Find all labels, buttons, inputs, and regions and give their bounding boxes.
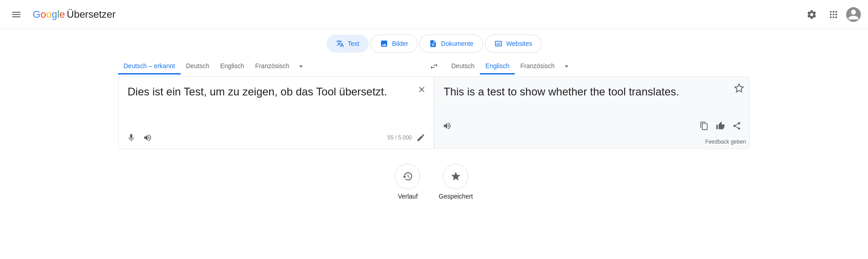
target-lang-bar: Deutsch Englisch Französisch <box>446 58 750 75</box>
save-translation-button[interactable] <box>734 83 744 93</box>
tab-images-label: Bilder <box>392 40 408 47</box>
source-input[interactable]: Dies ist ein Test, um zu zeigen, ob das … <box>118 77 434 127</box>
source-panel-footer-right: 55 / 5.000 <box>388 130 428 145</box>
tab-bar: Text Bilder Dokumente Websites <box>0 29 868 53</box>
target-panel: This is a test to show whether the tool … <box>434 76 750 149</box>
saved-button[interactable]: Gespeichert <box>439 164 473 200</box>
source-lang-de[interactable]: Deutsch <box>181 59 215 75</box>
tab-text-label: Text <box>348 40 360 47</box>
bottom-section: Verlauf Gespeichert <box>0 164 868 200</box>
tab-text[interactable]: Text <box>326 35 369 53</box>
target-panel-footer <box>434 115 750 137</box>
tab-images[interactable]: Bilder <box>370 35 418 53</box>
source-lang-fr[interactable]: Französisch <box>250 59 295 75</box>
header: Google Übersetzer <box>0 0 868 29</box>
char-count: 55 / 5.000 <box>388 134 412 141</box>
source-lang-auto[interactable]: Deutsch – erkannt <box>118 59 181 75</box>
share-button[interactable] <box>730 119 744 133</box>
history-label: Verlauf <box>398 193 418 200</box>
tab-websites-label: Websites <box>506 40 532 47</box>
target-lang-fr[interactable]: Französisch <box>515 59 560 75</box>
settings-button[interactable] <box>803 5 821 24</box>
source-lang-more[interactable] <box>295 58 307 75</box>
copy-button[interactable] <box>697 119 711 133</box>
logo[interactable]: Google Übersetzer <box>33 9 116 20</box>
source-panel-footer: 55 / 5.000 <box>118 127 434 149</box>
language-selector-row: Deutsch – erkannt Deutsch Englisch Franz… <box>0 58 868 75</box>
translated-text: This is a test to show whether the tool … <box>434 77 750 115</box>
logo-google: Google <box>33 9 65 20</box>
target-panel-footer-right <box>697 119 744 133</box>
source-lang-bar: Deutsch – erkannt Deutsch Englisch Franz… <box>118 58 422 75</box>
target-speaker-button[interactable] <box>440 119 454 133</box>
feedback-label: Feedback geben <box>434 139 750 149</box>
menu-button[interactable] <box>7 5 25 24</box>
swap-languages-button[interactable] <box>426 58 442 75</box>
source-lang-en[interactable]: Englisch <box>215 59 250 75</box>
saved-label: Gespeichert <box>439 193 473 200</box>
header-right <box>803 5 861 24</box>
tab-documents-label: Dokumente <box>441 40 473 47</box>
history-button[interactable]: Verlauf <box>395 164 420 200</box>
logo-app-name: Übersetzer <box>67 9 116 20</box>
translation-panels: Dies ist ein Test, um zu zeigen, ob das … <box>0 76 868 149</box>
tab-documents[interactable]: Dokumente <box>419 35 483 53</box>
feedback-thumb-button[interactable] <box>713 119 728 133</box>
tab-websites[interactable]: Websites <box>485 35 542 53</box>
apps-button[interactable] <box>824 5 843 24</box>
microphone-button[interactable] <box>124 130 138 145</box>
pencil-button[interactable] <box>414 130 428 145</box>
history-icon-container <box>395 164 420 189</box>
target-lang-en[interactable]: Englisch <box>480 59 515 75</box>
avatar[interactable] <box>846 7 861 22</box>
source-panel: Dies ist ein Test, um zu zeigen, ob das … <box>118 76 434 149</box>
clear-input-button[interactable] <box>415 83 428 96</box>
saved-icon-container <box>443 164 469 189</box>
header-left: Google Übersetzer <box>7 5 116 24</box>
source-speaker-button[interactable] <box>140 130 155 145</box>
target-lang-more[interactable] <box>560 58 573 75</box>
target-lang-de[interactable]: Deutsch <box>446 59 480 75</box>
